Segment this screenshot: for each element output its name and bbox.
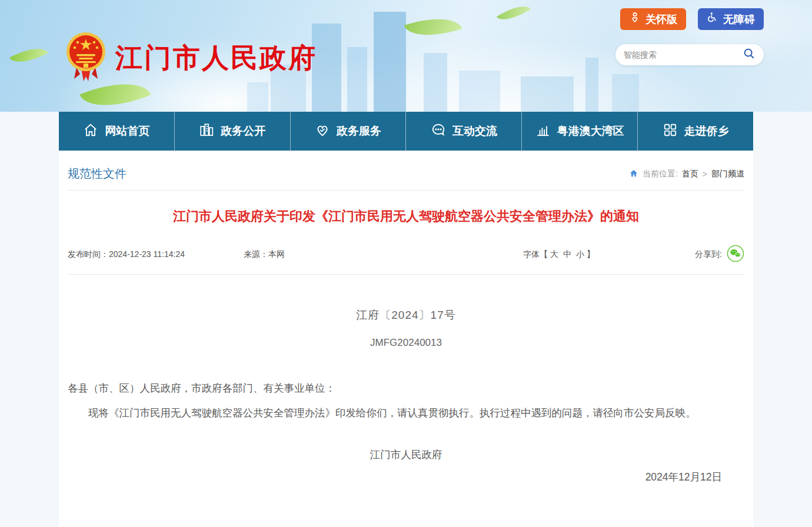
- leaf-decoration: [9, 41, 48, 70]
- wheelchair-icon: [707, 11, 718, 27]
- accessibility-button[interactable]: 无障碍: [698, 8, 764, 30]
- breadcrumb: 当前位置:首页 > 部门频道: [629, 169, 744, 179]
- search-input[interactable]: [624, 50, 743, 59]
- publish-time: 发布时间：2024-12-23 11:14:24: [68, 249, 185, 260]
- nav-item-qiaoxiang[interactable]: 走进侨乡: [638, 112, 753, 151]
- font-size-small[interactable]: 小: [576, 249, 584, 259]
- share-label: 分享到:: [695, 249, 722, 260]
- document-code: JMFG20240013: [68, 337, 744, 349]
- nav-item-gov-disclosure[interactable]: 政务公开: [175, 112, 291, 151]
- font-size-large[interactable]: 大: [550, 249, 558, 259]
- signature: 江门市人民政府: [68, 448, 744, 462]
- nav-item-greater-bay-area[interactable]: 粤港澳大湾区: [522, 112, 638, 151]
- article-source: 来源：本网: [244, 249, 285, 260]
- search-box[interactable]: [615, 44, 764, 65]
- nav-item-interaction[interactable]: 互动交流: [406, 112, 522, 151]
- breadcrumb-location-label: 当前位置:: [643, 169, 678, 179]
- person-heart-icon: [629, 11, 641, 27]
- bar-chart-icon: [535, 122, 551, 141]
- paragraph-main: 现将《江门市民用无人驾驶航空器公共安全管理办法》印发给你们，请认真贯彻执行。执行…: [68, 401, 744, 425]
- care-version-button[interactable]: 关怀版: [620, 8, 686, 30]
- main-nav: 网站首页 政务公开 政务服务: [59, 112, 753, 151]
- site-title: 江门市人民政府: [115, 40, 317, 76]
- signature-date: 2024年12月12日: [68, 470, 744, 484]
- paragraph-salutation: 各县（市、区）人民政府，市政府各部门、有关事业单位：: [68, 376, 744, 401]
- nav-item-gov-services[interactable]: 政务服务: [291, 112, 407, 151]
- breadcrumb-current[interactable]: 部门频道: [711, 169, 744, 179]
- national-emblem-icon: [65, 32, 107, 85]
- handshake-heart-icon: [315, 122, 330, 141]
- home-icon: [83, 122, 98, 141]
- share-control: 分享到:: [695, 245, 744, 264]
- site-header: 江门市人民政府 关怀版 无障碍: [0, 0, 812, 112]
- wechat-share-icon[interactable]: [727, 245, 744, 264]
- breadcrumb-link-home[interactable]: 首页: [682, 169, 698, 179]
- building-icon: [199, 122, 214, 141]
- breadcrumb-separator: >: [703, 169, 707, 179]
- font-size-medium[interactable]: 中: [563, 249, 571, 259]
- article-body: 各县（市、区）人民政府，市政府各部门、有关事业单位： 现将《江门市民用无人驾驶航…: [68, 376, 744, 425]
- chat-bubble-icon: [431, 122, 446, 141]
- main-content: 规范性文件 当前位置:首页 > 部门频道 江门市人民政府关于印发《江门市民用无人…: [59, 151, 753, 527]
- search-icon[interactable]: [743, 47, 756, 62]
- font-size-control: 字体【大中小】: [523, 249, 595, 260]
- article-meta: 发布时间：2024-12-23 11:14:24 来源：本网 字体【大中小】 分…: [68, 238, 744, 275]
- site-logo[interactable]: 江门市人民政府: [65, 32, 317, 85]
- grid-icon: [663, 122, 678, 141]
- section-title: 规范性文件: [68, 166, 127, 182]
- article-title: 江门市人民政府关于印发《江门市民用无人驾驶航空器公共安全管理办法》的通知: [103, 206, 709, 226]
- nav-item-home[interactable]: 网站首页: [59, 112, 175, 151]
- breadcrumb-home-icon[interactable]: [629, 169, 638, 179]
- document-number: 江府〔2024〕17号: [68, 308, 744, 323]
